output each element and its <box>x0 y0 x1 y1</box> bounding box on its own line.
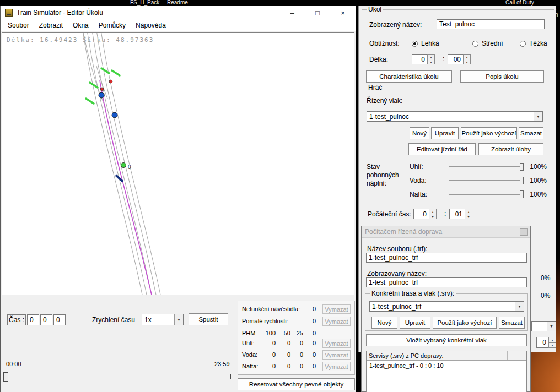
list-item[interactable]: 1-test_pulnoc_trf - 0 : 0 : 10 <box>367 361 526 371</box>
dialog-pouzit-button[interactable]: Použít jako výchozí <box>433 317 497 329</box>
fuel-state-label: Stav pohonných náplní: <box>367 163 406 188</box>
title-bar[interactable]: Train Simulator - Editor Úkolu – □ × <box>1 6 356 19</box>
nafta-slider[interactable] <box>449 190 524 198</box>
timeline-track[interactable] <box>5 377 231 377</box>
track-line <box>83 33 143 295</box>
vymazat-button[interactable]: Vymazat <box>322 350 351 360</box>
spin-down-icon[interactable]: ▾ <box>463 59 471 64</box>
editovat-jizdni-rad-button[interactable]: Editovat jízdní řád <box>408 143 476 155</box>
editor-window: Train Simulator - Editor Úkolu – □ × Sou… <box>0 6 356 392</box>
train-marker <box>112 112 117 118</box>
vymazat-button[interactable]: Vymazat <box>322 339 351 348</box>
time-range-start: 00:00 <box>6 361 21 367</box>
maximize-button[interactable]: □ <box>305 6 330 19</box>
radio-lehka[interactable] <box>412 41 418 47</box>
vymazat-button[interactable]: Vymazat <box>322 304 351 314</box>
fuel-value: 0 <box>299 363 316 369</box>
slider-track <box>449 194 524 195</box>
dialog-novy-button[interactable]: Nový <box>371 317 397 329</box>
services-list-header[interactable]: Servisy (.srv) z PC dopravy. <box>367 351 526 361</box>
dialog-display-name-input[interactable]: 1-test_pulnoc_trf <box>366 277 527 287</box>
cas-input-1[interactable]: 0 <box>27 314 39 325</box>
chevron-down-icon[interactable]: ▼ <box>547 322 556 331</box>
timeline[interactable] <box>5 372 231 383</box>
timeline-tick-end <box>230 374 231 379</box>
srv-combobox[interactable]: 1-test_pulnoc_trf ▼ <box>369 301 524 312</box>
menu-soubor[interactable]: Soubor <box>3 20 34 30</box>
voda-slider[interactable] <box>449 177 524 184</box>
minimize-button[interactable]: – <box>279 6 305 19</box>
fuel-label: Voda: <box>242 351 257 358</box>
radio-stredni[interactable] <box>472 41 478 47</box>
chevron-down-icon[interactable]: ▼ <box>174 314 183 325</box>
spin-down-icon[interactable]: ▾ <box>429 214 437 219</box>
dialog-title-bar[interactable]: Počítačem řízená doprava <box>362 226 530 238</box>
hidden-combobox-fragment[interactable]: ▼ <box>531 321 556 331</box>
spin-down-icon[interactable]: ▾ <box>465 214 472 219</box>
description-button[interactable]: Popis úkolu <box>460 70 544 83</box>
slider-thumb[interactable] <box>520 177 524 184</box>
track-line <box>96 33 157 295</box>
display-name-input[interactable]: Test_pulnoc <box>437 19 545 29</box>
platform-marker <box>121 163 126 168</box>
close-button[interactable]: × <box>330 6 356 19</box>
hidden-slider-percent: 0% <box>541 292 550 300</box>
fuel-value: 0 <box>299 340 316 346</box>
dialog-upravit-button[interactable]: Upravit <box>400 317 430 329</box>
start-hours-spinner[interactable]: 0 ▴▾ <box>413 209 437 219</box>
desktop-icon-readme[interactable]: Readme <box>167 0 188 6</box>
stop-marker <box>100 88 104 91</box>
spin-down-icon[interactable]: ▾ <box>427 59 435 64</box>
slider-thumb[interactable] <box>520 190 524 198</box>
cas-input-3[interactable]: 0 <box>53 314 66 325</box>
services-list[interactable]: Servisy (.srv) z PC dopravy. 1-test_puln… <box>366 351 527 392</box>
menu-zobrazit[interactable]: Zobrazit <box>34 20 68 30</box>
spin-up-icon[interactable]: ▴ <box>465 209 472 214</box>
track-map-viewport[interactable]: 0 Délka: 16.49423 Šírka: 48.97363 <box>2 32 354 295</box>
vymazat-button[interactable]: Vymazat <box>322 317 351 326</box>
desktop-icon-fs-h-pack[interactable]: FS_H_Pack <box>130 0 159 6</box>
desktop-icon-call-of-duty[interactable]: Call of Duty <box>505 0 534 6</box>
uhli-slider[interactable] <box>449 163 524 171</box>
upravit-button[interactable]: Upravit <box>431 127 459 139</box>
spustit-button[interactable]: Spustit <box>189 313 228 325</box>
spin-up-icon[interactable]: ▴ <box>548 337 556 343</box>
dialog-close-button[interactable] <box>520 228 528 236</box>
hidden-slider-percent: 0% <box>541 274 550 282</box>
zrychleni-combobox[interactable]: 1x ▼ <box>142 314 184 325</box>
insert-train-button[interactable]: Vložit vybraný konkrétní vlak <box>366 334 527 346</box>
spin-up-icon[interactable]: ▴ <box>429 209 437 214</box>
chevron-down-icon[interactable]: ▼ <box>534 112 542 121</box>
spin-up-icon[interactable]: ▴ <box>427 54 435 59</box>
length-minutes-spinner[interactable]: 00 ▴▾ <box>448 54 471 64</box>
smazat-button[interactable]: Smazat <box>519 127 543 139</box>
dialog-smazat-button[interactable]: Smazat <box>499 317 525 329</box>
hidden-spinner-fragment[interactable]: 0 ▴▾ <box>536 337 556 348</box>
length-hours-spinner[interactable]: 0 ▴▾ <box>412 54 435 64</box>
pouzit-jako-vychozi-button[interactable]: Použít jako výchozí <box>461 127 517 139</box>
timeline-thumb[interactable] <box>3 372 8 382</box>
controlled-train-combobox[interactable]: 1-test_pulnoc ▼ <box>367 111 543 122</box>
menu-okna[interactable]: Okna <box>68 20 94 30</box>
menu-napoveda[interactable]: Nápověda <box>131 20 171 30</box>
display-name-label: Zobrazený název: <box>369 21 422 29</box>
chevron-down-icon[interactable]: ▼ <box>515 302 524 311</box>
fuel-label: Uhlí: <box>242 340 255 346</box>
radio-tezka[interactable] <box>520 41 526 47</box>
cas-input-2[interactable]: 0 <box>40 314 52 325</box>
zrychleni-label: Zrychlení času <box>92 316 135 324</box>
menu-pomucky[interactable]: Pomůcky <box>94 20 131 30</box>
start-minutes-spinner[interactable]: 01 ▴▾ <box>449 209 472 219</box>
characteristics-button[interactable]: Charakteristika úkolu <box>366 70 452 83</box>
spin-down-icon[interactable]: ▾ <box>548 343 556 349</box>
file-name-input[interactable]: 1-test_pulnoc_trf <box>366 253 527 263</box>
list-header-side-cell <box>508 351 526 360</box>
srv-group-title: Konkrétní trasa a vlak (.srv): <box>370 290 456 297</box>
vymazat-button[interactable]: Vymazat <box>322 362 351 371</box>
reset-objects-button[interactable]: Resetovat všechny pevné objekty <box>238 378 355 390</box>
slider-thumb[interactable] <box>520 163 524 171</box>
signal-marker <box>112 70 120 75</box>
zobrazit-ulohy-button[interactable]: Zobrazit úlohy <box>478 143 543 155</box>
novy-button[interactable]: Nový <box>410 127 429 139</box>
spin-up-icon[interactable]: ▴ <box>463 54 471 59</box>
